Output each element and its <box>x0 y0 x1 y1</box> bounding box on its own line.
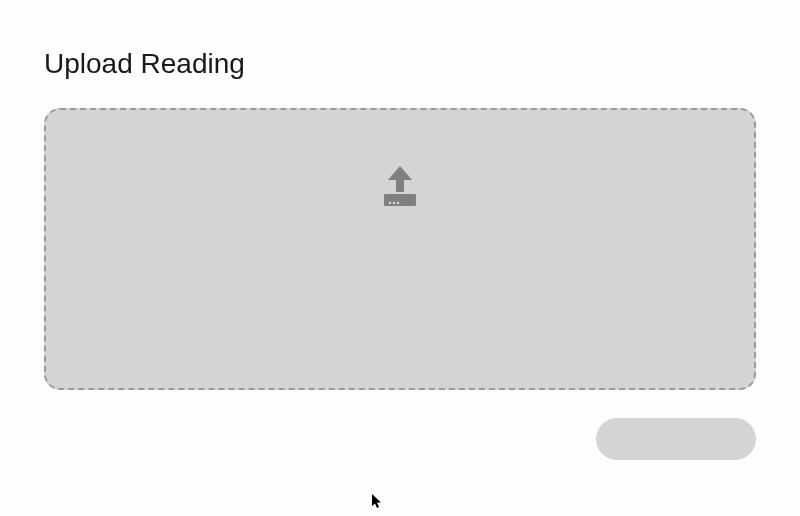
svg-point-1 <box>389 202 392 205</box>
file-dropzone[interactable] <box>44 108 756 390</box>
svg-point-3 <box>397 202 400 205</box>
submit-button[interactable] <box>596 418 756 460</box>
mouse-cursor-icon <box>372 494 384 510</box>
upload-reading-panel: Upload Reading <box>0 0 800 390</box>
svg-point-2 <box>393 202 396 205</box>
page-title: Upload Reading <box>44 48 756 80</box>
upload-icon <box>376 162 424 210</box>
svg-rect-0 <box>384 194 416 206</box>
